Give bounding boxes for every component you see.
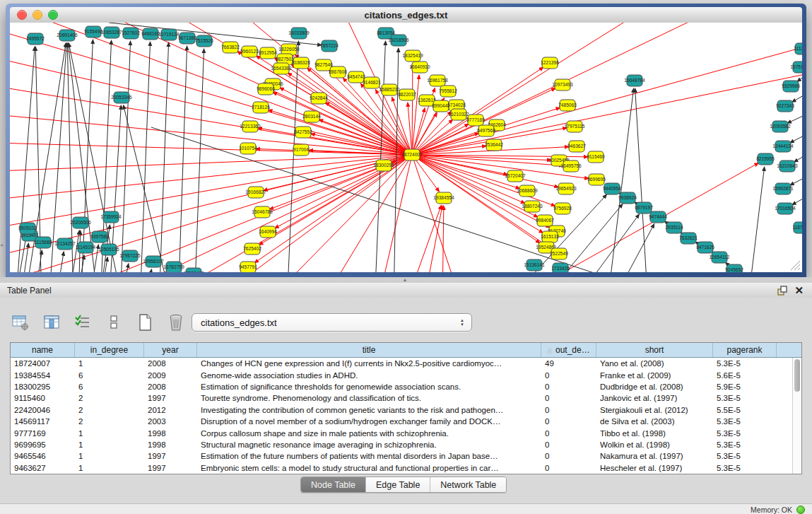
graph-node[interactable]: 1527602 — [122, 28, 140, 39]
column-header-title[interactable]: title — [197, 343, 541, 357]
graph-node[interactable]: 12134257 — [54, 238, 76, 250]
graph-edge[interactable] — [159, 42, 169, 272]
new-table-icon[interactable] — [134, 312, 155, 333]
graph-node[interactable]: 7515526 — [195, 35, 213, 47]
graph-node[interactable]: 7955812 — [439, 86, 457, 97]
graph-edge[interactable] — [607, 88, 634, 272]
graph-edge[interactable] — [794, 151, 802, 162]
graph-node[interactable]: 17957225 — [119, 250, 141, 262]
graph-node[interactable]: 17975115 — [565, 121, 585, 132]
table-cell[interactable]: 22420046 — [11, 406, 75, 414]
tab-edge-table[interactable]: Edge Table — [366, 477, 430, 492]
graph-node[interactable]: 19166827 — [245, 187, 266, 198]
table-cell[interactable]: 2008 — [144, 382, 197, 391]
graph-node[interactable]: 16648784 — [624, 75, 645, 86]
graph-node[interactable]: 15136141 — [524, 259, 545, 271]
graph-edge[interactable] — [748, 167, 765, 272]
table-cell[interactable]: 5.3E-5 — [713, 429, 777, 438]
graph-node[interactable]: 17016504 — [775, 203, 796, 214]
graph-edge[interactable] — [143, 269, 152, 272]
graph-node[interactable]: 9227343 — [776, 100, 794, 112]
table-cell[interactable]: de Silva et al. (2003) — [596, 417, 713, 426]
graph-node[interactable]: 19958107 — [143, 256, 164, 267]
table-cell[interactable]: 9699695 — [11, 440, 75, 449]
graph-node[interactable]: 20053346 — [111, 92, 132, 103]
table-cell[interactable]: 5.5E-5 — [713, 406, 777, 414]
table-cell[interactable]: Nakamura et al. (1997) — [596, 452, 713, 460]
table-cell[interactable]: 2 — [75, 394, 144, 402]
graph-edge[interactable] — [287, 41, 299, 272]
graph-node[interactable]: 16033809 — [288, 28, 310, 39]
table-cell[interactable]: Changes of HCN gene expression and I(f) … — [197, 359, 541, 368]
graph-node[interactable]: 9699695 — [587, 174, 606, 185]
table-cell[interactable]: Tourette syndrome. Phenomenology and cla… — [197, 394, 541, 402]
table-cell[interactable]: 6 — [75, 371, 144, 380]
graph-node[interactable]: 16782759 — [163, 262, 184, 272]
graph-edge[interactable] — [611, 224, 654, 272]
table-row[interactable]: 911546021997Tourette syndrome. Phenomeno… — [11, 392, 801, 404]
graph-edge[interactable] — [792, 194, 802, 205]
graph-node[interactable]: 8471626 — [696, 242, 714, 253]
column-header-in_degree[interactable]: in_degree — [75, 343, 144, 357]
graph-node[interactable]: 15046788 — [252, 206, 273, 218]
table-cell[interactable]: 5.3E-5 — [713, 464, 777, 472]
graph-node[interactable]: 5960123 — [240, 46, 259, 57]
graph-node[interactable]: 1221396 — [541, 57, 559, 69]
graph-node[interactable]: 9155498 — [84, 26, 102, 37]
table-row[interactable]: 1456911722003Disruption of a novel membe… — [11, 416, 801, 427]
table-cell[interactable]: 49 — [541, 359, 596, 368]
table-cell[interactable]: 1998 — [144, 429, 197, 438]
delete-table-icon[interactable] — [165, 312, 187, 333]
graph-node[interactable]: 9938924 — [618, 192, 637, 204]
table-select-dropdown[interactable]: citations_edges.txt ▲▼ — [192, 313, 472, 332]
graph-node[interactable]: 2522549 — [550, 248, 568, 259]
graph-node[interactable]: 7663822 — [221, 42, 240, 53]
graph-node[interactable]: 8186328 — [292, 57, 310, 69]
table-row[interactable]: 946362711997Embryonic stem cells: a mode… — [11, 462, 801, 474]
graph-node[interactable]: 15751074 — [790, 62, 802, 73]
table-cell[interactable]: 9777169 — [11, 429, 75, 438]
graph-node[interactable]: 19654923 — [555, 183, 577, 194]
graph-edge[interactable] — [787, 112, 802, 123]
graph-node[interactable]: 15720407 — [505, 170, 526, 182]
graph-node[interactable]: 1640994 — [259, 226, 277, 238]
graph-node[interactable]: 16210643 — [777, 160, 798, 172]
graph-node[interactable]: 9397588 — [90, 231, 109, 243]
resize-grip[interactable] — [791, 261, 800, 270]
graph-node[interactable]: 12093582 — [770, 121, 791, 132]
table-row[interactable]: 1830029562008Estimation of significance … — [11, 381, 801, 392]
vertical-scrollbar[interactable] — [792, 358, 801, 474]
tab-node-table[interactable]: Node Table — [301, 477, 366, 492]
table-cell[interactable]: 0 — [541, 429, 596, 438]
table-cell[interactable]: 1997 — [144, 464, 197, 472]
graph-node[interactable]: 9984067 — [536, 215, 554, 226]
graph-node-hub[interactable]: 18724007 — [401, 149, 423, 160]
graph-edge[interactable] — [375, 41, 386, 272]
table-cell[interactable]: 9465546 — [11, 452, 75, 460]
graph-edge[interactable] — [635, 88, 648, 272]
table-cell[interactable]: 0 — [541, 406, 596, 414]
graph-edge[interactable] — [572, 214, 640, 272]
column-header-pagerank[interactable]: pagerank — [713, 343, 777, 357]
table-cell[interactable]: 6 — [75, 382, 144, 391]
tab-network-table[interactable]: Network Table — [430, 477, 506, 492]
graph-node[interactable]: 1115688 — [35, 237, 52, 248]
graph-edge[interactable] — [49, 43, 66, 272]
graph-node[interactable]: 19384554 — [433, 192, 454, 204]
column-header-short[interactable]: short — [596, 343, 713, 357]
graph-node[interactable]: 15992871 — [772, 183, 794, 194]
table-cell[interactable]: 0 — [541, 464, 596, 472]
column-header-name[interactable]: name — [11, 343, 75, 357]
table-cell[interactable]: Tibbo et al. (1998) — [596, 429, 713, 438]
graph-node[interactable]: 10973493 — [552, 79, 573, 90]
table-cell[interactable]: 1 — [75, 440, 144, 449]
graph-node[interactable]: 18807243 — [522, 201, 543, 212]
table-cell[interactable]: 1 — [75, 429, 144, 438]
table-cell[interactable]: 1 — [75, 359, 144, 368]
graph-node[interactable]: 12923468 — [183, 268, 204, 272]
graph-edge[interactable] — [412, 44, 802, 155]
graph-node[interactable]: 1615132 — [541, 231, 559, 243]
show-columns-icon[interactable] — [41, 312, 62, 333]
table-cell[interactable]: 0 — [541, 382, 596, 391]
graph-node[interactable]: 16543382 — [271, 63, 292, 74]
